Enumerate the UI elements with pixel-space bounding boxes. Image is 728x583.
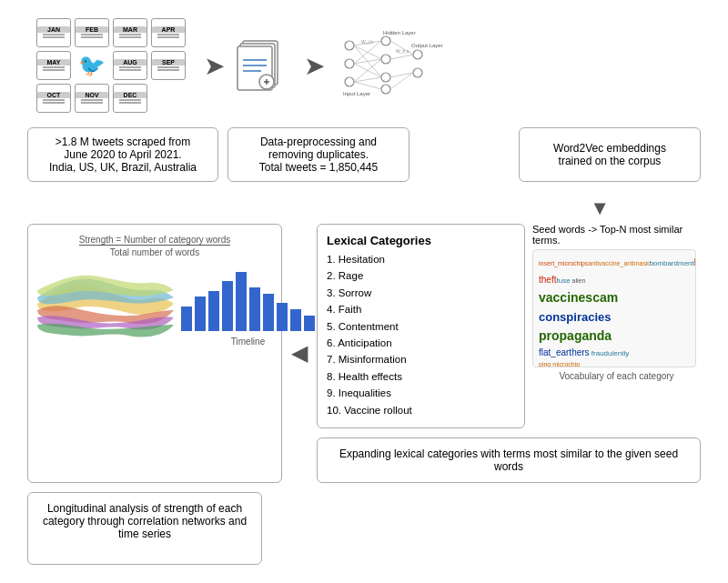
expanding-label: Expanding lexical categories with terms … xyxy=(339,447,678,473)
expanding-label-box: Expanding lexical categories with terms … xyxy=(317,437,701,483)
bar xyxy=(304,316,315,331)
lexical-section: Lexical Categories 1. Hesitation2. Rage3… xyxy=(317,224,701,483)
svg-point-13 xyxy=(381,55,390,64)
category-item: 2. Rage xyxy=(327,267,515,284)
twitter-bird-icon: 🐦 xyxy=(75,51,109,80)
cal-aug: AUG xyxy=(113,51,147,80)
wordcloud-word: theft xyxy=(539,275,556,285)
arrow-1-icon: ➤ xyxy=(204,51,225,81)
wordcloud-word: ping microchip xyxy=(539,361,580,367)
bar xyxy=(208,291,219,331)
cal-feb: FEB xyxy=(75,18,109,47)
seed-label: Seed words -> Top-N most similar terms. xyxy=(532,224,701,246)
neural-network-icon: Hidden Layer Output Layer Input Layer W_… xyxy=(336,27,445,104)
category-item: 8. Health effects xyxy=(327,368,515,385)
wordcloud: insert_microchipsantivaccine_antimaskbom… xyxy=(532,249,696,367)
svg-line-26 xyxy=(354,82,381,89)
bar xyxy=(181,307,192,331)
svg-point-12 xyxy=(381,36,390,45)
svg-text:Hidden Layer: Hidden Layer xyxy=(383,30,416,35)
bar xyxy=(290,309,301,331)
bar-chart-container: Timeline xyxy=(181,271,315,347)
cal-mar: MAR xyxy=(113,18,147,47)
svg-line-28 xyxy=(390,55,413,59)
wordcloud-word: insert_microchips xyxy=(539,260,588,266)
formula-numerator: Strength = Number of category words xyxy=(79,235,230,246)
wordcloud-word: fuse xyxy=(556,276,570,285)
bar xyxy=(236,272,247,331)
lexical-title: Lexical Categories xyxy=(327,234,515,247)
wordcloud-word: vaccinescam xyxy=(539,290,618,305)
longitudinal-text: Longitudinal analysis of strength of eac… xyxy=(43,502,247,540)
timeline-label: Timeline xyxy=(231,337,265,347)
cal-sep: SEP xyxy=(151,51,186,80)
svg-text:Output Layer: Output Layer xyxy=(411,43,443,48)
word2vec-info-text: Word2Vec embeddings trained on the corpu… xyxy=(553,142,666,167)
svg-point-14 xyxy=(381,73,390,82)
bar xyxy=(277,303,288,331)
category-item: 9. Inequalities xyxy=(327,385,515,401)
wordcloud-word: alien xyxy=(571,277,586,284)
arrow-2-icon: ➤ xyxy=(304,51,325,81)
category-item: 10. Vaccine rollout xyxy=(327,402,515,418)
bar xyxy=(263,294,274,331)
wordcloud-word: propaganda xyxy=(539,328,612,343)
preprocessing-info-box: Data-preprocessing and removing duplicat… xyxy=(228,127,410,182)
visualization-box: Strength = Number of category words Tota… xyxy=(27,224,282,483)
wordcloud-word: batshit xyxy=(694,257,696,267)
cal-oct: OCT xyxy=(36,84,71,113)
wordcloud-word: bombardment xyxy=(649,259,693,267)
category-item: 5. Contentment xyxy=(327,318,515,335)
down-arrow-container: ▼ xyxy=(18,196,710,220)
svg-point-16 xyxy=(413,50,422,59)
tweets-info-text: >1.8 M tweets scraped from June 2020 to … xyxy=(49,136,197,174)
svg-point-15 xyxy=(381,85,390,94)
formula-denominator: Total number of words xyxy=(37,247,272,257)
tweets-info-box: >1.8 M tweets scraped from June 2020 to … xyxy=(27,127,218,182)
cal-nov: NOV xyxy=(75,84,109,113)
main-diagram: JAN FEB MAR APR MAY 🐦 AUG SEP OCT NOV DE… xyxy=(0,0,728,583)
svg-text:Input Layer: Input Layer xyxy=(343,91,370,96)
bar-chart xyxy=(181,271,315,335)
bottom-extra-row: Longitudinal analysis of strength of eac… xyxy=(18,492,710,565)
top-row: JAN FEB MAR APR MAY 🐦 AUG SEP OCT NOV DE… xyxy=(18,18,710,113)
svg-line-24 xyxy=(354,59,381,82)
svg-text:W_h,o: W_h,o xyxy=(396,48,410,54)
mid-row: >1.8 M tweets scraped from June 2020 to … xyxy=(18,127,710,182)
document-icon xyxy=(236,36,286,95)
lexical-top: Lexical Categories 1. Hesitation2. Rage3… xyxy=(317,224,701,428)
streamgraph-chart xyxy=(37,263,174,347)
down-arrow-icon: ▼ xyxy=(590,196,610,220)
svg-point-9 xyxy=(345,41,354,50)
svg-point-10 xyxy=(345,59,354,68)
bottom-row: Strength = Number of category words Tota… xyxy=(18,224,710,483)
cal-may: MAY xyxy=(36,51,71,80)
category-item: 3. Sorrow xyxy=(327,285,515,301)
category-list: 1. Hesitation2. Rage3. Sorrow4. Faith5. … xyxy=(327,251,515,418)
calendar-grid: JAN FEB MAR APR MAY 🐦 AUG SEP OCT NOV DE… xyxy=(36,18,186,113)
charts-container: Timeline xyxy=(37,263,272,347)
bar xyxy=(222,281,233,331)
left-arrow-icon: ◀ xyxy=(291,340,308,366)
wordcloud-word: conspiracies xyxy=(539,310,612,324)
seed-words-section: Seed words -> Top-N most similar terms. … xyxy=(532,224,701,428)
wordcloud-word: fraudulently xyxy=(590,349,630,357)
cal-dec: DEC xyxy=(113,84,147,113)
category-item: 7. Misinformation xyxy=(327,351,515,367)
lexical-categories-box: Lexical Categories 1. Hesitation2. Rage3… xyxy=(317,224,525,428)
category-item: 6. Anticipation xyxy=(327,335,515,351)
wordcloud-word: antivaccine_antimask xyxy=(588,260,649,266)
bar xyxy=(195,297,206,331)
svg-text:W_i,h: W_i,h xyxy=(361,39,373,45)
wordcloud-word: flat_earthers xyxy=(539,347,590,357)
cal-jan: JAN xyxy=(36,18,71,47)
word2vec-info-box: Word2Vec embeddings trained on the corpu… xyxy=(519,127,701,182)
svg-point-11 xyxy=(345,77,354,86)
category-item: 1. Hesitation xyxy=(327,251,515,267)
longitudinal-box: Longitudinal analysis of strength of eac… xyxy=(27,492,262,565)
preprocessing-info-text: Data-preprocessing and removing duplicat… xyxy=(259,136,378,174)
svg-point-17 xyxy=(413,68,422,77)
category-item: 4. Faith xyxy=(327,301,515,317)
cal-apr: APR xyxy=(151,18,186,47)
formula-container: Strength = Number of category words Tota… xyxy=(37,234,272,257)
